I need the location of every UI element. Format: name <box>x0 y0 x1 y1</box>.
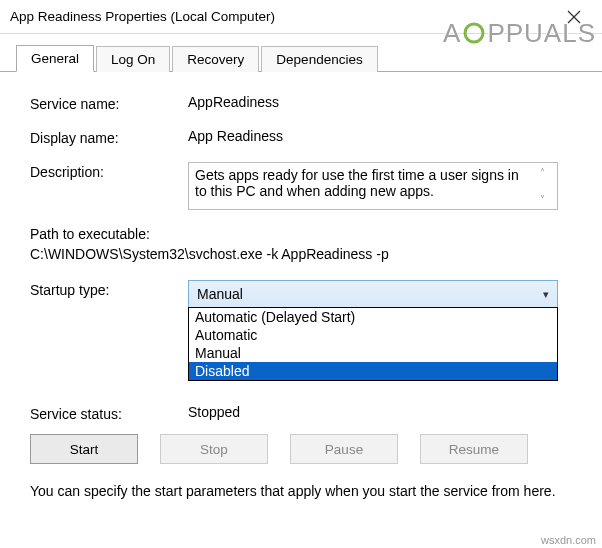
option-manual[interactable]: Manual <box>189 344 557 362</box>
watermark-text-pre: A <box>443 18 461 48</box>
tab-recovery[interactable]: Recovery <box>172 46 259 72</box>
chevron-down-icon: ▾ <box>543 288 549 301</box>
description-scrollbar: ˄ ˅ <box>533 167 551 205</box>
service-status-value: Stopped <box>188 404 240 422</box>
path-label: Path to executable: <box>30 226 574 242</box>
tab-dependencies[interactable]: Dependencies <box>261 46 377 72</box>
option-automatic[interactable]: Automatic <box>189 326 557 344</box>
option-automatic-delayed[interactable]: Automatic (Delayed Start) <box>189 308 557 326</box>
footer-help-text: You can specify the start parameters tha… <box>30 482 574 501</box>
watermark-icon <box>462 21 486 45</box>
startup-type-select[interactable]: Manual ▾ <box>188 280 558 308</box>
watermark-logo: APPUALS <box>443 18 596 49</box>
pause-button: Pause <box>290 434 398 464</box>
option-disabled[interactable]: Disabled <box>189 362 557 380</box>
path-value: C:\WINDOWS\System32\svchost.exe -k AppRe… <box>30 246 574 262</box>
scroll-down-icon[interactable]: ˅ <box>540 194 545 205</box>
service-name-value: AppReadiness <box>188 94 574 110</box>
description-box: Gets apps ready for use the first time a… <box>188 162 558 210</box>
startup-type-label: Startup type: <box>30 280 188 298</box>
stop-button: Stop <box>160 434 268 464</box>
display-name-label: Display name: <box>30 128 188 146</box>
tab-content: Service name: AppReadiness Display name:… <box>0 72 602 511</box>
description-label: Description: <box>30 162 188 180</box>
tab-log-on[interactable]: Log On <box>96 46 170 72</box>
watermark-text-post: PPUALS <box>487 18 596 48</box>
start-button[interactable]: Start <box>30 434 138 464</box>
resume-button: Resume <box>420 434 528 464</box>
service-name-label: Service name: <box>30 94 188 112</box>
description-text: Gets apps ready for use the first time a… <box>195 167 533 205</box>
startup-type-selected: Manual <box>197 286 243 302</box>
startup-type-dropdown: Automatic (Delayed Start) Automatic Manu… <box>188 307 558 381</box>
svg-point-2 <box>465 24 483 42</box>
scroll-up-icon[interactable]: ˄ <box>540 167 545 178</box>
window-title: App Readiness Properties (Local Computer… <box>10 9 275 24</box>
tab-general[interactable]: General <box>16 45 94 72</box>
service-control-buttons: Start Stop Pause Resume <box>30 434 574 464</box>
source-url: wsxdn.com <box>541 534 596 546</box>
display-name-value: App Readiness <box>188 128 574 144</box>
service-status-label: Service status: <box>30 404 188 422</box>
